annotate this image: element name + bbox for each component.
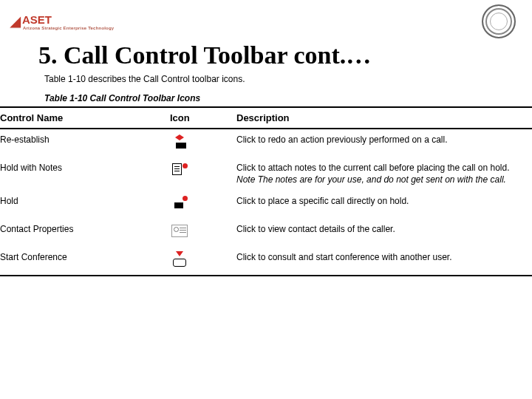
state-seal-icon <box>482 4 516 38</box>
control-name: Hold with Notes <box>0 157 170 190</box>
table-row: Re-establish Click to redo an action pre… <box>0 129 532 157</box>
col-description: Description <box>236 107 532 129</box>
control-desc: Click to redo an action previously perfo… <box>236 129 532 157</box>
table-row: Hold with Notes Click to attach notes to… <box>0 157 532 190</box>
col-icon: Icon <box>170 107 236 129</box>
table-caption: Table 1-10 Call Control Toolbar Icons <box>44 93 532 103</box>
brand-logo: ◢ ASET Arizona Strategic Enterprise Tech… <box>10 13 114 30</box>
brand-tagline: Arizona Strategic Enterprise Technology <box>23 26 114 30</box>
desc-text: Click to attach notes to the current cal… <box>236 163 510 173</box>
contact-properties-icon <box>170 223 189 239</box>
control-name: Contact Properties <box>0 219 170 247</box>
table-header-row: Control Name Icon Description <box>0 107 532 129</box>
control-name: Hold <box>0 191 170 219</box>
control-desc: Click to view contact details of the cal… <box>236 219 532 247</box>
toolbar-icons-table: Control Name Icon Description Re-establi… <box>0 106 532 276</box>
control-name: Start Conference <box>0 247 170 276</box>
brand-name: ASET <box>22 13 52 26</box>
brand-mark-icon: ◢ <box>10 13 21 30</box>
table-row: Hold Click to place a specific call dire… <box>0 191 532 219</box>
table-row: Start Conference Click to consult and st… <box>0 247 532 276</box>
reestablish-icon <box>170 134 189 150</box>
table-row: Contact Properties Click to view contact… <box>0 219 532 247</box>
control-desc: Click to attach notes to the current cal… <box>236 157 532 190</box>
control-desc: Click to consult and start conference wi… <box>236 247 532 276</box>
header-bar: ◢ ASET Arizona Strategic Enterprise Tech… <box>0 0 532 40</box>
hold-icon <box>170 195 189 211</box>
start-conference-icon <box>170 251 189 267</box>
col-control-name: Control Name <box>0 107 170 129</box>
control-desc: Click to place a specific call directly … <box>236 191 532 219</box>
hold-with-notes-icon <box>170 162 189 178</box>
page-title: 5. Call Control Toolbar cont.… <box>38 41 532 69</box>
desc-note: Note The notes are for your use, and do … <box>236 174 506 185</box>
control-name: Re-establish <box>0 129 170 157</box>
intro-text: Table 1-10 describes the Call Control to… <box>44 74 532 84</box>
